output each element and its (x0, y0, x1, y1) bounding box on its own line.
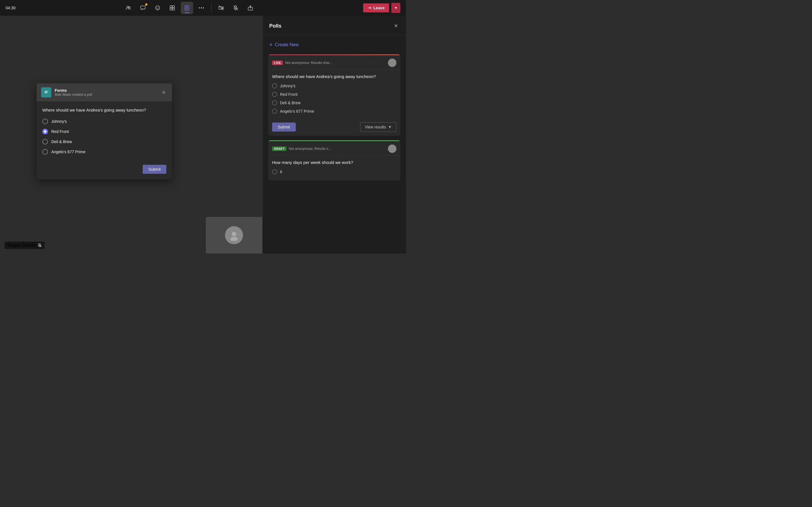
draft-poll-body: How many days per week should we work? 6 (268, 156, 400, 180)
poll-option-4[interactable]: Angelo's 677 Prime (42, 149, 166, 155)
create-new-plus-icon: + (269, 42, 273, 48)
top-bar: 04:30 (0, 0, 406, 16)
draft-poll-opt1[interactable]: 6 (272, 169, 396, 174)
share-button[interactable] (244, 2, 257, 14)
live-poll-question: Where should we have Andrea's going away… (272, 73, 396, 79)
call-timer: 04:30 (6, 6, 15, 10)
poll-option-4-label: Angelo's 677 Prime (51, 150, 86, 154)
reactions-button[interactable] (151, 2, 164, 14)
leave-controls: Leave ▼ (363, 3, 400, 13)
poll-popup-close-button[interactable]: ✕ (160, 89, 167, 96)
live-poll-opt2[interactable]: Red Front (272, 92, 396, 97)
polls-panel: Polls ✕ + Create New LIVE Not anonymous;… (262, 16, 406, 253)
polls-panel-title: Polls (269, 23, 282, 29)
svg-point-4 (157, 7, 157, 8)
live-poll-opt4-label: Angelo's 677 Prime (280, 109, 314, 114)
poll-option-3[interactable]: Deli & Brew (42, 139, 166, 145)
poll-popup-submit-button[interactable]: Submit (143, 165, 166, 174)
view-results-caret-icon: ▼ (388, 125, 392, 129)
poll-option-4-radio (42, 149, 48, 155)
name-tag: Megan Bowen (4, 242, 45, 249)
participant-avatar (225, 226, 243, 244)
draft-poll-question: How many days per week should we work? (272, 159, 396, 165)
svg-point-0 (127, 6, 129, 8)
people-button[interactable] (122, 2, 135, 14)
toolbar-divider (211, 4, 211, 12)
poll-popup-app-name: Forms (55, 88, 92, 93)
svg-point-24 (391, 147, 394, 150)
svg-point-3 (156, 6, 160, 10)
mic-off-icon (38, 243, 42, 247)
svg-point-23 (390, 64, 395, 66)
draft-poll-opt1-radio (272, 169, 277, 174)
live-poll-opt4-radio (272, 109, 277, 114)
svg-rect-6 (170, 6, 172, 8)
poll-popup-header: Forms Matt Wade created a poll ✕ (37, 83, 172, 101)
poll-popup-app-info: Forms Matt Wade created a poll (55, 88, 92, 97)
live-poll-card-header: LIVE Not anonymous; Results shar... (268, 55, 400, 69)
live-poll-submit-button[interactable]: Submit (272, 122, 296, 131)
view-button[interactable] (166, 2, 179, 14)
poll-popup-body: Where should we have Andrea's going away… (37, 101, 172, 162)
live-badge: LIVE (272, 61, 283, 65)
participant-thumbnail (206, 217, 262, 253)
polls-panel-body: + Create New LIVE Not anonymous; Results… (262, 35, 406, 253)
leave-button[interactable]: Leave (363, 3, 389, 12)
live-poll-opt3-radio (272, 100, 277, 105)
poll-popup-creator: Matt Wade created a poll (55, 93, 92, 97)
mic-toggle-button[interactable] (230, 2, 242, 14)
live-poll-opt1-label: Johnny's (280, 83, 296, 88)
svg-rect-9 (172, 8, 174, 10)
svg-point-1 (129, 7, 130, 8)
view-results-label: View results (365, 125, 386, 129)
draft-poll-card-header: DRAFT Not anonymous; Results s... (268, 141, 400, 156)
draft-badge: DRAFT (272, 147, 287, 151)
live-poll-opt4[interactable]: Angelo's 677 Prime (272, 109, 396, 114)
create-new-button[interactable]: + Create New (268, 40, 300, 50)
poll-option-2[interactable]: Red Front (42, 129, 166, 134)
forms-app-icon (41, 87, 51, 98)
poll-popup-header-left: Forms Matt Wade created a poll (41, 87, 92, 98)
svg-rect-2 (141, 6, 145, 9)
live-poll-opt3-label: Deli & Brew (280, 101, 301, 105)
live-poll-card: LIVE Not anonymous; Results shar... Wher… (268, 54, 400, 136)
poll-option-3-label: Deli & Brew (51, 139, 72, 144)
live-poll-opt2-radio (272, 92, 277, 97)
toolbar: ••• (122, 2, 257, 14)
poll-option-1-radio (42, 119, 48, 124)
live-poll-avatar (388, 59, 396, 67)
poll-option-2-radio (42, 129, 48, 134)
poll-option-1[interactable]: Johnny's (42, 119, 166, 124)
forms-button[interactable] (181, 2, 193, 14)
live-poll-opt2-label: Red Front (280, 92, 297, 97)
poll-popup-footer: Submit (37, 162, 172, 179)
chat-button[interactable] (137, 2, 149, 14)
poll-option-2-radio-inner (44, 130, 46, 133)
main-video-area: Forms Matt Wade created a poll ✕ Where s… (0, 16, 262, 253)
video-toggle-button[interactable] (215, 2, 227, 14)
polls-panel-close-button[interactable]: ✕ (391, 21, 400, 31)
leave-caret-button[interactable]: ▼ (391, 3, 400, 13)
svg-rect-8 (170, 8, 172, 10)
polls-panel-header: Polls ✕ (262, 16, 406, 35)
draft-poll-card: DRAFT Not anonymous; Results s... How ma… (268, 140, 400, 180)
create-new-label: Create New (275, 42, 299, 47)
live-poll-opt1-radio (272, 83, 277, 89)
svg-line-19 (38, 244, 42, 247)
draft-poll-avatar (388, 145, 396, 153)
live-poll-opt3[interactable]: Deli & Brew (272, 100, 396, 105)
svg-point-25 (390, 150, 395, 152)
view-results-button[interactable]: View results ▼ (360, 122, 396, 132)
poll-option-3-radio (42, 139, 48, 145)
poll-option-1-label: Johnny's (51, 119, 67, 124)
svg-point-22 (391, 61, 394, 64)
svg-rect-17 (44, 90, 49, 95)
live-poll-actions: Submit View results ▼ (268, 120, 400, 136)
svg-point-21 (231, 237, 238, 241)
poll-popup: Forms Matt Wade created a poll ✕ Where s… (37, 83, 172, 179)
more-button[interactable]: ••• (195, 2, 208, 14)
live-poll-body: Where should we have Andrea's going away… (268, 69, 400, 120)
poll-popup-question: Where should we have Andrea's going away… (42, 107, 166, 113)
live-poll-header-left: LIVE Not anonymous; Results shar... (272, 61, 332, 65)
live-poll-opt1[interactable]: Johnny's (272, 83, 396, 89)
